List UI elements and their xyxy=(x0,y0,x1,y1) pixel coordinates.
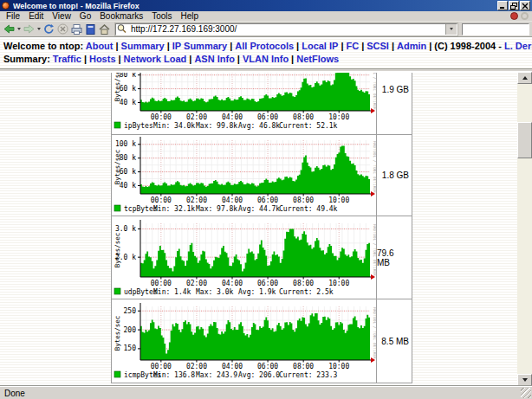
throbber-icon xyxy=(521,12,529,20)
y-tick-label: 3.0 k xyxy=(115,225,136,233)
x-tick-label: 04:00 xyxy=(222,196,243,204)
menu-help[interactable]: Help xyxy=(177,11,204,22)
back-button[interactable] xyxy=(3,23,16,35)
x-tick-label: 02:00 xyxy=(186,113,207,121)
graph-cell: 40 k60 k80 k100 k00:0002:0004:0006:0008:… xyxy=(112,135,376,216)
nav-label: Summary: xyxy=(3,54,53,64)
address-bar xyxy=(115,23,457,35)
window-title: Welcome to ntop! - Mozilla Firefox xyxy=(13,2,496,10)
traffic-graphs-table: 40 k60 k80 k100 k00:0002:0004:0006:0008:… xyxy=(111,73,412,383)
stop-button[interactable] xyxy=(56,23,69,35)
menubar-right-icons xyxy=(510,12,532,20)
x-tick-label: 08:00 xyxy=(293,113,314,121)
magnifier-icon xyxy=(116,23,129,35)
total-cell: 1.8 GB xyxy=(376,135,412,216)
y-tick-label: 60 k xyxy=(120,85,136,93)
ipbytes-graph[interactable]: 40 k60 k80 k100 k00:0002:0004:0006:0008:… xyxy=(112,73,376,132)
forward-dropdown[interactable] xyxy=(36,23,42,35)
scroll-down-button[interactable] xyxy=(517,374,532,386)
x-tick-label: 06:00 xyxy=(257,280,278,287)
x-tick-label: 00:00 xyxy=(151,280,172,287)
nav-label: Welcome to ntop: xyxy=(3,41,86,51)
minimize-button[interactable] xyxy=(497,1,508,10)
total-value: 1.8 GB xyxy=(382,171,409,180)
x-tick-label: 02:00 xyxy=(186,196,207,204)
ntop-header-frame: Welcome to ntop: About|Summary|IP Summar… xyxy=(0,37,532,68)
nav-link-fc[interactable]: FC xyxy=(346,41,359,51)
home-button[interactable] xyxy=(98,23,111,35)
nav-separator: | xyxy=(235,54,243,64)
nav-link-asn-info[interactable]: ASN Info xyxy=(194,54,234,64)
x-tick-label: 08:00 xyxy=(293,363,314,370)
y-tick-label: 80 k xyxy=(120,154,136,162)
x-tick-label: 10:00 xyxy=(328,363,349,370)
reload-icon xyxy=(43,23,55,35)
nav-separator: | xyxy=(81,54,89,64)
nav-link-about[interactable]: About xyxy=(86,41,114,51)
network-load-frame: 40 k60 k80 k100 k00:0002:0004:0006:0008:… xyxy=(0,72,532,386)
reload-button[interactable] xyxy=(42,23,55,35)
nav-link-traffic[interactable]: Traffic xyxy=(53,54,81,64)
y-axis-title: Bytes/sec xyxy=(114,73,121,101)
nav-link-netflows[interactable]: NetFlows xyxy=(296,54,339,64)
table-row: 40 k60 k80 k100 k00:0002:0004:0006:0008:… xyxy=(112,73,412,134)
restore-button[interactable] xyxy=(509,1,519,10)
total-value: 79.6 MB xyxy=(377,248,409,267)
nav-link-admin[interactable]: Admin xyxy=(397,41,426,51)
bookmarks-button[interactable] xyxy=(84,23,97,35)
icmpbytes-graph[interactable]: 15020025000:0002:0004:0006:0008:0010:00B… xyxy=(112,301,376,381)
total-cell: 1.9 GB xyxy=(376,73,412,134)
status-bar: Done xyxy=(0,386,532,399)
firefox-icon xyxy=(2,2,10,10)
y-axis-title: Bytes/sec xyxy=(114,233,121,268)
ntop-main-nav: Welcome to ntop: About|Summary|IP Summar… xyxy=(3,40,532,53)
scroll-up-button[interactable] xyxy=(517,72,532,84)
x-tick-label: 00:00 xyxy=(151,363,172,370)
menu-edit[interactable]: Edit xyxy=(24,11,48,22)
nav-link-hosts[interactable]: Hosts xyxy=(89,54,116,64)
menu-tools[interactable]: Tools xyxy=(147,11,176,22)
url-input[interactable] xyxy=(129,24,445,35)
nav-link-vlan-info[interactable]: VLAN Info xyxy=(243,54,289,64)
menu-file[interactable]: File xyxy=(2,11,24,22)
back-dropdown[interactable] xyxy=(16,23,22,35)
nav-link-local-ip[interactable]: Local IP xyxy=(302,41,338,51)
nav-link-network-load[interactable]: Network Load xyxy=(124,54,187,64)
nav-separator: | xyxy=(289,54,296,64)
y-axis-title: Bytes/sec xyxy=(114,150,121,185)
forward-arrow-icon xyxy=(23,24,35,34)
forward-button[interactable] xyxy=(23,23,36,35)
vertical-scrollbar[interactable] xyxy=(517,72,532,386)
y-tick-label: 250 xyxy=(124,307,137,315)
nav-link-scsi[interactable]: SCSI xyxy=(367,41,389,51)
nav-link-author[interactable]: L. Deri xyxy=(504,41,532,51)
x-tick-label: 04:00 xyxy=(222,113,243,121)
x-tick-label: 04:00 xyxy=(222,363,243,370)
stop-icon xyxy=(57,23,68,35)
close-button[interactable] xyxy=(520,1,530,10)
resize-grip[interactable] xyxy=(521,388,531,398)
menu-bookmarks[interactable]: Bookmarks xyxy=(95,11,147,22)
table-row: 2.0 k3.0 k00:0002:0004:0006:0008:0010:00… xyxy=(112,216,412,299)
scrollbar-thumb[interactable] xyxy=(517,122,532,158)
x-tick-label: 02:00 xyxy=(186,280,207,287)
menu-go[interactable]: Go xyxy=(75,11,95,22)
alert-dot-icon xyxy=(510,12,518,20)
nav-link-summary[interactable]: Summary xyxy=(121,41,165,51)
menu-view[interactable]: View xyxy=(48,11,75,22)
nav-link-ip-summary[interactable]: IP Summary xyxy=(172,41,227,51)
url-dropdown-button[interactable] xyxy=(445,24,457,35)
search-input[interactable] xyxy=(464,24,532,35)
x-tick-label: 00:00 xyxy=(151,196,172,204)
udpbytes-graph[interactable]: 2.0 k3.0 k00:0002:0004:0006:0008:0010:00… xyxy=(112,218,376,298)
tcpbytes-graph[interactable]: 40 k60 k80 k100 k00:0002:0004:0006:0008:… xyxy=(112,135,376,215)
print-button[interactable] xyxy=(70,23,83,35)
nav-separator: | xyxy=(389,41,397,51)
nav-separator: | xyxy=(294,41,302,51)
ntop-summary-nav: Summary: Traffic|Hosts|Network Load|ASN … xyxy=(3,53,532,66)
nav-link-all-protocols[interactable]: All Protocols xyxy=(235,41,294,51)
x-tick-label: 10:00 xyxy=(328,113,349,121)
x-tick-label: 10:00 xyxy=(328,280,349,287)
x-tick-label: 08:00 xyxy=(293,196,314,204)
nav-separator: | xyxy=(227,41,235,51)
